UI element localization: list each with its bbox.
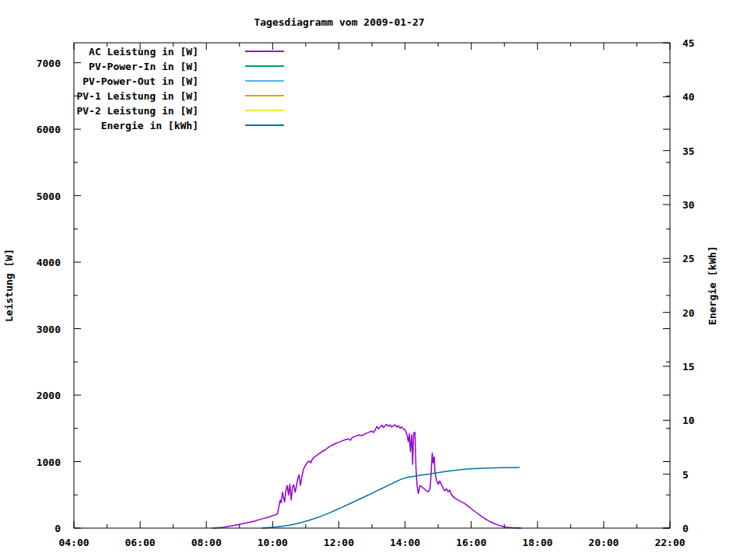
legend-entry: PV-Power-In in [W] (89, 61, 284, 72)
y2-tick-label: 25 (682, 253, 695, 264)
x-tick-label: 06:00 (125, 537, 156, 548)
y-tick-label: 6000 (37, 124, 61, 135)
x-tick-label: 20:00 (588, 537, 619, 548)
x-tick-label: 16:00 (456, 537, 486, 548)
y2-tick-label: 40 (682, 91, 695, 103)
data-series (213, 425, 521, 528)
legend: AC Leistung in [W]PV-Power-In in [W]PV-P… (76, 46, 284, 131)
x-tick-label: 04:00 (58, 537, 89, 548)
x-tick-label: 12:00 (324, 537, 354, 548)
y2-tick-label: 10 (682, 415, 695, 426)
ac-leistung-in-w-line (213, 425, 521, 528)
legend-label: Energie in [kWh] (101, 120, 198, 131)
legend-label: PV-Power-In in [W] (89, 61, 198, 72)
legend-entry: PV-1 Leistung in [W] (76, 90, 284, 102)
y2-tick-label: 5 (682, 469, 689, 481)
legend-label: AC Leistung in [W] (89, 46, 198, 58)
x-tick-label: 10:00 (258, 537, 288, 548)
legend-entry: PV-2 Leistung in [W] (76, 105, 284, 117)
legend-label: PV-Power-Out in [W] (82, 75, 198, 87)
x-tick-label: 08:00 (191, 537, 222, 548)
y-tick-label: 1000 (37, 457, 61, 468)
legend-entry: Energie in [kWh] (101, 120, 284, 131)
daily-pv-chart: Tagesdiagramm vom 2009-01-27 Leistung [W… (0, 0, 747, 560)
y2-tick-label: 0 (682, 523, 689, 534)
y2-tick-label: 30 (682, 199, 695, 211)
gnuplot-chart-window: Tagesdiagramm vom 2009-01-27 Leistung [W… (0, 0, 747, 560)
y-tick-label: 0 (54, 523, 61, 534)
y2-tick-label: 35 (682, 145, 695, 157)
x-tick-label: 18:00 (522, 537, 552, 548)
legend-label: PV-1 Leistung in [W] (76, 90, 198, 102)
y2-tick-label: 45 (682, 37, 695, 49)
x-tick-label: 22:00 (654, 537, 685, 548)
y-axis-label-leistung: Leistung [W] (3, 249, 15, 322)
y-tick-label: 5000 (37, 191, 61, 202)
y-tick-label: 7000 (37, 58, 61, 69)
legend-label: PV-2 Leistung in [W] (76, 105, 198, 117)
legend-entry: AC Leistung in [W] (89, 46, 284, 58)
chart-title: Tagesdiagramm vom 2009-01-27 (254, 16, 424, 28)
y-tick-label: 4000 (37, 257, 61, 268)
y-tick-label: 3000 (37, 324, 61, 335)
x-tick-label: 14:00 (390, 537, 420, 548)
energie-in-kwh-line (263, 467, 520, 528)
y2-tick-label: 15 (682, 361, 695, 373)
y-tick-label: 2000 (37, 390, 61, 401)
y2-tick-label: 20 (682, 307, 695, 319)
legend-entry: PV-Power-Out in [W] (82, 75, 284, 87)
y2-axis-label-energie: Energie [kWh] (707, 246, 718, 325)
